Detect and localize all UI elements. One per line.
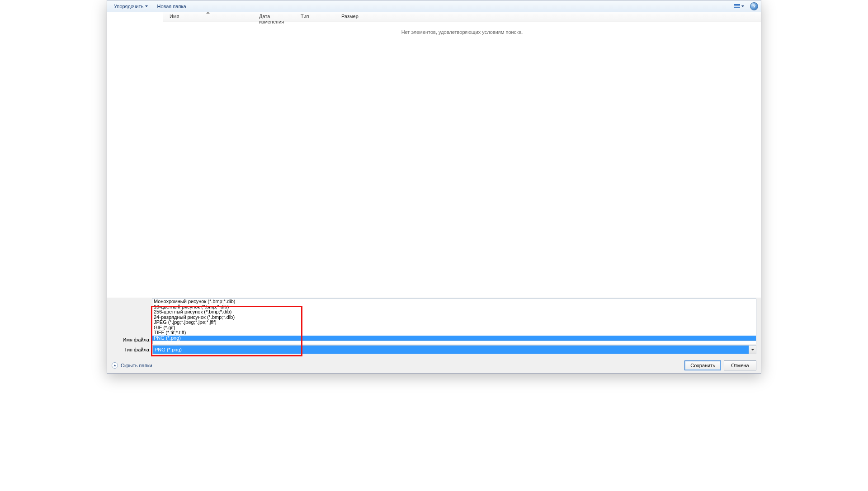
empty-message: Нет элементов, удовлетворяющих условиям … xyxy=(401,29,523,35)
view-options-button[interactable] xyxy=(731,3,746,10)
file-type-option[interactable]: 16-цветный рисунок (*.bmp;*.dib) xyxy=(152,304,756,310)
hide-folders-button[interactable]: Скрыть папки xyxy=(112,362,152,369)
save-as-dialog: Упорядочить Новая папка ? Имя Дата измен… xyxy=(107,0,761,374)
chevron-down-icon xyxy=(751,349,755,351)
file-type-option[interactable]: TIFF (*.tif;*.tiff) xyxy=(152,330,756,336)
action-bar: Скрыть папки Сохранить Отмена xyxy=(107,358,761,373)
chevron-down-icon xyxy=(741,5,744,7)
file-type-option[interactable]: Монохромный рисунок (*.bmp;*.dib) xyxy=(152,299,756,304)
file-type-dropdown-popup[interactable]: Монохромный рисунок (*.bmp;*.dib)16-цвет… xyxy=(152,299,756,341)
filetype-label: Тип файла: xyxy=(112,347,152,352)
main-area: Имя Дата изменения Тип Размер Нет элемен… xyxy=(107,12,761,298)
file-type-option[interactable]: 256-цветный рисунок (*.bmp;*.dib) xyxy=(152,309,756,315)
filetype-row: Тип файла: PNG (*.png) xyxy=(112,345,756,354)
hide-folders-label: Скрыть папки xyxy=(121,363,152,368)
column-type[interactable]: Тип xyxy=(294,12,335,22)
column-headers: Имя Дата изменения Тип Размер xyxy=(163,12,761,22)
column-date-modified[interactable]: Дата изменения xyxy=(253,12,294,22)
file-type-option[interactable]: GIF (*.gif) xyxy=(152,325,756,331)
column-name[interactable]: Имя xyxy=(163,12,253,22)
file-type-option[interactable]: 24-разрядный рисунок (*.bmp;*.dib) xyxy=(152,315,756,320)
filename-label: Имя файла: xyxy=(112,337,152,342)
navigation-pane[interactable] xyxy=(107,12,163,298)
column-size[interactable]: Размер xyxy=(335,12,376,22)
file-type-option[interactable]: PNG (*.png) xyxy=(152,336,756,341)
chevron-up-icon xyxy=(112,362,118,369)
content-pane: Имя Дата изменения Тип Размер Нет элемен… xyxy=(163,12,761,298)
cancel-button[interactable]: Отмена xyxy=(724,360,756,370)
new-folder-button[interactable]: Новая папка xyxy=(153,2,190,11)
save-button[interactable]: Сохранить xyxy=(684,360,721,370)
toolbar: Упорядочить Новая папка ? xyxy=(107,0,761,12)
chevron-down-icon xyxy=(145,5,148,7)
new-folder-label: Новая папка xyxy=(157,4,186,9)
filetype-selected-value: PNG (*.png) xyxy=(153,346,749,354)
filetype-combo[interactable]: PNG (*.png) xyxy=(152,345,756,354)
organize-button[interactable]: Упорядочить xyxy=(110,2,152,11)
filetype-dropdown-button[interactable] xyxy=(749,346,756,354)
view-list-icon xyxy=(734,4,740,9)
file-list[interactable]: Нет элементов, удовлетворяющих условиям … xyxy=(163,22,761,298)
file-type-option[interactable]: JPEG (*.jpg;*.jpeg;*.jpe;*.jfif) xyxy=(152,320,756,325)
bottom-panel: Монохромный рисунок (*.bmp;*.dib)16-цвет… xyxy=(107,298,761,358)
organize-label: Упорядочить xyxy=(114,4,143,9)
help-button[interactable]: ? xyxy=(750,2,758,10)
